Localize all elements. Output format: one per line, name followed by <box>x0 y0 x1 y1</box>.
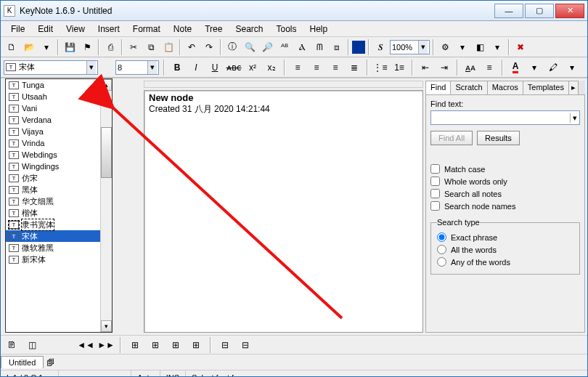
italic-icon[interactable]: I <box>188 60 204 76</box>
tree-up-icon[interactable]: ⊟ <box>217 337 233 353</box>
copy-icon[interactable]: ⧉ <box>143 39 159 55</box>
font-option[interactable]: T仿宋 <box>6 172 112 184</box>
scroll-down-icon[interactable]: ▾ <box>101 320 112 332</box>
numbers-icon[interactable]: 1≡ <box>391 60 407 76</box>
delete-icon[interactable]: ✖ <box>513 39 528 55</box>
tree-split-icon[interactable]: ◫ <box>24 337 40 353</box>
align-justify-icon[interactable]: ≣ <box>346 60 362 76</box>
undo-icon[interactable]: ↶ <box>184 39 200 55</box>
dropdown-icon[interactable]: ▾ <box>38 39 54 55</box>
menu-note[interactable]: Note <box>168 23 197 36</box>
macro-icon[interactable]: ᗰ <box>311 39 327 55</box>
dropdown5-icon[interactable]: ▾ <box>564 60 580 76</box>
dropdown4-icon[interactable]: ▾ <box>526 60 542 76</box>
font-option[interactable]: TTunga <box>6 79 112 91</box>
font-option[interactable]: TVerdana <box>6 114 112 126</box>
tree-node2-icon[interactable]: ⊞ <box>147 337 163 353</box>
chevron-down-icon[interactable]: ▾ <box>86 61 96 74</box>
new-icon[interactable]: 🗋 <box>4 39 20 55</box>
glossary-icon[interactable]: Ⲁ <box>294 39 310 55</box>
options-icon[interactable]: ⚙ <box>437 39 453 55</box>
editor-pane[interactable]: New node Created 31 八月 2020 14:21:44 <box>144 90 423 333</box>
tab-macros[interactable]: Macros <box>487 81 523 94</box>
print-icon[interactable]: ⎙ <box>102 39 118 55</box>
opt-matchcase[interactable]: Match case <box>430 164 580 174</box>
find-icon[interactable]: ⓘ <box>224 39 240 55</box>
color-swatch-icon[interactable] <box>352 41 365 54</box>
font-color-icon[interactable]: A <box>507 60 523 76</box>
findnext-icon[interactable]: 🔎 <box>259 39 275 55</box>
tab-scratch[interactable]: Scratch <box>450 81 487 94</box>
highlight-icon[interactable]: 🖍 <box>545 60 561 76</box>
tree-node1-icon[interactable]: ⊞ <box>127 337 143 353</box>
underline-icon[interactable]: U <box>207 60 223 76</box>
opt-wholewords[interactable]: Whole words only <box>430 177 580 186</box>
font-option[interactable]: TVrinda <box>6 137 112 149</box>
zoom-combo[interactable]: 100%▾ <box>390 40 430 54</box>
tree-view-icon[interactable]: 🖹 <box>4 337 20 353</box>
nav-back-icon[interactable]: ◄◄ <box>78 337 94 353</box>
menu-tree[interactable]: Tree <box>199 23 228 36</box>
replace-icon[interactable]: 🔍 <box>242 39 258 55</box>
open-icon[interactable]: 📂 <box>21 39 37 55</box>
font-option[interactable]: TVijaya <box>6 126 112 137</box>
font-option[interactable]: T华文细黑 <box>6 195 112 207</box>
font-option[interactable]: T宋体 <box>6 230 112 242</box>
opt-nodenames[interactable]: Search node names <box>430 201 580 211</box>
nav-fwd-icon[interactable]: ►► <box>98 337 114 353</box>
chevron-down-icon[interactable]: ▾ <box>418 41 428 54</box>
menu-file[interactable]: File <box>5 23 30 36</box>
menu-help[interactable]: Help <box>304 23 334 36</box>
chevron-down-icon[interactable]: ▾ <box>147 61 157 74</box>
font-option[interactable]: T新宋体 <box>6 254 112 265</box>
align-center-icon[interactable]: ≡ <box>309 60 324 76</box>
strike-icon[interactable]: ᴀʙᴄ <box>226 60 242 76</box>
menu-tools[interactable]: Tools <box>270 23 302 36</box>
font-option[interactable]: TWingdings <box>6 161 112 172</box>
file-tab[interactable]: Untitled <box>1 356 44 368</box>
dropdown-scrollbar[interactable]: ▴ ▾ <box>100 79 112 332</box>
resource-icon[interactable]: ◧ <box>472 39 488 55</box>
font-option[interactable]: T微软雅黑 <box>6 242 112 254</box>
tree-node4-icon[interactable]: ⊞ <box>188 337 204 353</box>
bold-icon[interactable]: B <box>169 60 185 76</box>
results-button[interactable]: Results <box>477 131 520 145</box>
font-style-icon[interactable]: ᴀᴀ <box>462 60 478 76</box>
menu-edit[interactable]: Edit <box>32 23 59 36</box>
rdo-any[interactable]: Any of the words <box>437 257 573 267</box>
template-icon[interactable]: ⧈ <box>329 39 345 55</box>
rdo-exact[interactable]: Exact phrase <box>437 232 573 242</box>
indent-icon[interactable]: ⇥ <box>436 60 452 76</box>
bullets-icon[interactable]: ⋮≡ <box>372 60 388 76</box>
note-props-icon[interactable]: ⚑ <box>79 39 95 55</box>
spell-icon[interactable]: ᴬᴮ <box>277 39 293 55</box>
font-option[interactable]: T黑体 <box>6 184 112 195</box>
minimize-button[interactable]: — <box>494 4 523 18</box>
font-option[interactable]: TWebdings <box>6 149 112 161</box>
menu-insert[interactable]: Insert <box>92 23 126 36</box>
findall-button[interactable]: Find All <box>430 131 473 145</box>
rdo-all[interactable]: All the words <box>437 245 573 254</box>
align-left-icon[interactable]: ≡ <box>290 60 306 76</box>
maximize-button[interactable]: ▢ <box>525 4 554 18</box>
tab-scroll-icon[interactable]: ▸ <box>568 81 579 94</box>
chevron-down-icon[interactable]: ▾ <box>570 113 579 123</box>
save-icon[interactable]: 💾 <box>62 39 78 55</box>
para-style-icon[interactable]: ≡ <box>481 60 497 76</box>
tree-down-icon[interactable]: ⊟ <box>237 337 253 353</box>
dropdown2-icon[interactable]: ▾ <box>454 39 470 55</box>
tree-node3-icon[interactable]: ⊞ <box>168 337 184 353</box>
cut-icon[interactable]: ✂ <box>126 39 142 55</box>
menu-search[interactable]: Search <box>229 23 269 36</box>
font-option[interactable]: T隶书宽体 <box>6 219 112 230</box>
scroll-thumb[interactable] <box>101 127 112 178</box>
subscript-icon[interactable]: x₂ <box>264 60 279 76</box>
outdent-icon[interactable]: ⇤ <box>417 60 433 76</box>
size-combo[interactable]: 8 ▾ <box>115 60 159 75</box>
superscript-icon[interactable]: x² <box>245 60 261 76</box>
font-combo[interactable]: T 宋体 ▾ <box>4 60 98 75</box>
menu-view[interactable]: View <box>60 23 91 36</box>
menu-format[interactable]: Format <box>127 23 166 36</box>
font-option[interactable]: T楷体 <box>6 207 112 219</box>
opt-allnotes[interactable]: Search all notes <box>430 189 580 198</box>
